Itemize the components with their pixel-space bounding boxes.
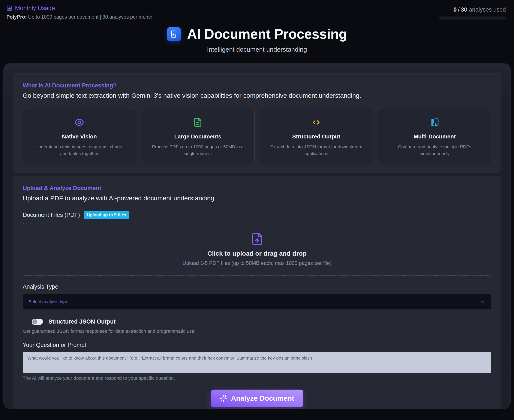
usage-counter: 0/30 analyses used xyxy=(439,7,506,13)
analysis-type-placeholder: Select analysis type... xyxy=(29,299,72,304)
upload-description: Upload a PDF to analyze with AI-powered … xyxy=(23,195,491,202)
feature-card-multi-document: Multi-Document Compare and analyze multi… xyxy=(378,108,491,164)
usage-counter-block: 0/30 analyses used xyxy=(439,7,506,20)
analysis-type-label: Analysis Type xyxy=(23,284,491,290)
feature-grid: Native Vision Understands text, images, … xyxy=(23,108,491,164)
analyze-button-label: Analyze Document xyxy=(231,394,294,402)
document-files-label: Document Files (PDF) xyxy=(23,212,80,218)
usage-title: Monthly Usage xyxy=(15,5,55,12)
feature-description: Understands text, images, diagrams, char… xyxy=(31,143,127,157)
prompt-label: Your Question or Prompt xyxy=(23,342,491,348)
document-sparkle-icon xyxy=(167,27,181,41)
code-icon xyxy=(265,117,367,128)
sparkles-icon xyxy=(220,395,227,402)
main-panel: What Is AI Document Processing? Go beyon… xyxy=(3,63,511,409)
feature-title: Native Vision xyxy=(29,133,130,140)
toggle-knob xyxy=(32,319,37,324)
about-description: Go beyond simple text extraction with Ge… xyxy=(23,92,491,99)
dropzone-title: Click to upload or drag and drop xyxy=(207,250,307,257)
structured-json-label: Structured JSON Output xyxy=(48,318,116,325)
structured-json-hint: Get guaranteed JSON format responses for… xyxy=(23,329,491,334)
usage-total-count: 30 xyxy=(461,7,467,13)
feature-description: Compare and analyze multiple PDFs simult… xyxy=(387,143,483,157)
structured-json-toggle[interactable] xyxy=(32,319,43,325)
about-section: What Is AI Document Processing? Go beyon… xyxy=(13,74,501,173)
book-copy-icon xyxy=(384,117,485,128)
plan-summary: PolyPro: Up to 1000 pages per document |… xyxy=(7,14,152,20)
usage-block: Monthly Usage PolyPro: Up to 1000 pages … xyxy=(7,5,152,20)
page-title: AI Document Processing xyxy=(187,26,347,42)
upload-section: Upload & Analyze Document Upload a PDF t… xyxy=(13,176,501,409)
chevron-down-icon xyxy=(479,299,485,305)
feature-card-large-documents: Large Documents Process PDFs up to 1000 … xyxy=(141,108,254,164)
upload-title: Upload & Analyze Document xyxy=(23,185,491,192)
file-dropzone[interactable]: Click to upload or drag and drop Upload … xyxy=(23,223,491,276)
plan-details: Up to 1000 pages per document | 30 analy… xyxy=(28,14,152,20)
usage-suffix: analyses used xyxy=(469,7,506,13)
feature-title: Structured Output xyxy=(265,133,367,140)
top-bar: Monthly Usage PolyPro: Up to 1000 pages … xyxy=(7,5,506,20)
prompt-hint: The AI will analyze your document and re… xyxy=(23,375,491,381)
feature-description: Extract data into JSON format for downst… xyxy=(268,143,364,157)
bar-chart-icon xyxy=(7,5,12,11)
plan-name: PolyPro: xyxy=(7,14,27,20)
prompt-textarea[interactable] xyxy=(23,352,491,373)
feature-description: Process PDFs up to 1000 pages or 50MB in… xyxy=(150,143,246,157)
usage-separator: / xyxy=(457,7,461,13)
file-upload-icon xyxy=(250,232,264,246)
about-title: What Is AI Document Processing? xyxy=(23,82,491,89)
eye-icon xyxy=(29,117,130,128)
page-subtitle: Intelligent document understanding xyxy=(0,46,514,53)
file-text-icon xyxy=(147,117,249,128)
dropzone-hint: Upload 1-5 PDF files (up to 50MB each, m… xyxy=(183,260,331,266)
upload-limit-badge: Upload up to 5 files xyxy=(84,211,129,219)
feature-title: Multi-Document xyxy=(384,133,485,140)
feature-title: Large Documents xyxy=(147,133,249,140)
analyze-document-button[interactable]: Analyze Document xyxy=(211,390,303,407)
usage-used-count: 0 xyxy=(453,7,457,13)
feature-card-structured-output: Structured Output Extract data into JSON… xyxy=(260,108,373,164)
usage-progress-bar xyxy=(439,16,506,20)
feature-card-native-vision: Native Vision Understands text, images, … xyxy=(23,108,136,164)
analysis-type-select[interactable]: Select analysis type... xyxy=(23,294,491,309)
